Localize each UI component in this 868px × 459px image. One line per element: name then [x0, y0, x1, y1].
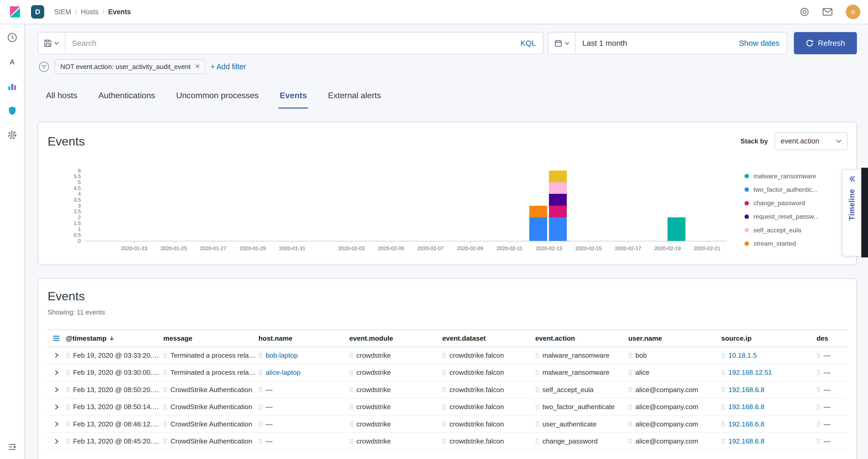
tab-all-hosts[interactable]: All hosts: [45, 91, 79, 109]
column-header-source.ip[interactable]: source.ip: [721, 330, 816, 347]
drag-handle-icon[interactable]: [442, 370, 446, 376]
column-header-user.name[interactable]: user.name: [628, 330, 721, 347]
bar-segment-two_factor_authenticate[interactable]: [529, 217, 547, 241]
tab-authentications[interactable]: Authentications: [97, 91, 156, 109]
drag-handle-icon[interactable]: [816, 387, 820, 393]
filter-pill[interactable]: NOT event.action: user_activity_audit_ev…: [55, 59, 206, 74]
drag-handle-icon[interactable]: [163, 353, 167, 359]
drag-handle-icon[interactable]: [535, 404, 539, 410]
expand-row-chevron-icon[interactable]: [51, 349, 63, 362]
calendar-menu-button[interactable]: [549, 33, 576, 54]
user-avatar[interactable]: e: [846, 5, 860, 19]
drag-handle-icon[interactable]: [258, 387, 262, 393]
drag-handle-icon[interactable]: [628, 387, 632, 393]
show-dates-button[interactable]: Show dates: [739, 39, 787, 48]
drag-handle-icon[interactable]: [535, 353, 539, 359]
space-badge[interactable]: D: [31, 5, 44, 18]
drag-handle-icon[interactable]: [66, 370, 70, 376]
visualize-bar-chart-icon[interactable]: [7, 81, 18, 92]
cell-value-link[interactable]: 192.168.6.8: [728, 386, 765, 394]
help-icon[interactable]: [800, 7, 809, 17]
refresh-button[interactable]: Refresh: [794, 32, 857, 54]
tab-external-alerts[interactable]: External alerts: [327, 91, 382, 109]
column-header-event.module[interactable]: event.module: [349, 330, 442, 347]
time-range-value[interactable]: Last 1 month: [576, 39, 627, 48]
drag-handle-icon[interactable]: [258, 438, 262, 445]
search-input[interactable]: [65, 39, 513, 48]
drag-handle-icon[interactable]: [442, 438, 446, 445]
drag-handle-icon[interactable]: [442, 421, 446, 427]
drag-handle-icon[interactable]: [816, 421, 820, 427]
bar-segment-user_authenticate[interactable]: [549, 171, 567, 182]
drag-handle-icon[interactable]: [628, 421, 632, 427]
drag-handle-icon[interactable]: [66, 353, 70, 359]
stack-by-select[interactable]: event.action: [774, 132, 847, 150]
bar-segment-change_password[interactable]: [549, 206, 567, 217]
drag-handle-icon[interactable]: [816, 353, 820, 359]
drag-handle-icon[interactable]: [66, 438, 70, 445]
drag-handle-icon[interactable]: [163, 421, 167, 427]
drag-handle-icon[interactable]: [535, 387, 539, 393]
drag-handle-icon[interactable]: [721, 387, 725, 393]
expand-row-chevron-icon[interactable]: [51, 366, 63, 378]
drag-handle-icon[interactable]: [163, 404, 167, 410]
legend-item[interactable]: stream_started: [745, 237, 847, 250]
drag-handle-icon[interactable]: [442, 387, 446, 393]
drag-handle-icon[interactable]: [442, 404, 446, 410]
drag-handle-icon[interactable]: [349, 421, 353, 427]
breadcrumb-siem[interactable]: SIEM: [54, 8, 71, 16]
column-header-message[interactable]: message: [163, 330, 258, 347]
drag-handle-icon[interactable]: [535, 438, 539, 445]
cell-value-link[interactable]: alice-laptop: [266, 369, 301, 376]
drag-handle-icon[interactable]: [66, 404, 70, 410]
remove-filter-icon[interactable]: ✕: [195, 64, 200, 70]
newsfeed-mail-icon[interactable]: [823, 8, 833, 16]
cell-value-link[interactable]: 192.168.6.8: [728, 403, 765, 411]
collapse-menu-icon[interactable]: [7, 441, 18, 453]
saved-query-menu-button[interactable]: [38, 33, 65, 54]
bar-segment-two_factor_authenticate[interactable]: [549, 217, 567, 241]
drag-handle-icon[interactable]: [442, 353, 446, 359]
customize-columns-icon[interactable]: [51, 333, 62, 344]
legend-item[interactable]: user_authenticate: [745, 250, 847, 253]
legend-item[interactable]: self_accept_eula: [745, 223, 847, 237]
app-a-icon[interactable]: A: [7, 57, 18, 68]
legend-item[interactable]: change_password: [745, 196, 847, 210]
drag-handle-icon[interactable]: [349, 370, 353, 376]
column-header-host.name[interactable]: host.name: [258, 330, 349, 347]
drag-handle-icon[interactable]: [816, 404, 820, 410]
bar-segment-malware_ransomware[interactable]: [668, 217, 685, 241]
drag-handle-icon[interactable]: [816, 438, 820, 445]
drag-handle-icon[interactable]: [721, 404, 725, 410]
drag-handle-icon[interactable]: [721, 370, 725, 376]
drag-handle-icon[interactable]: [163, 370, 167, 376]
drag-handle-icon[interactable]: [628, 438, 632, 445]
drag-handle-icon[interactable]: [66, 421, 70, 427]
bar-segment-stream_started[interactable]: [529, 206, 547, 217]
filter-options-icon[interactable]: [38, 61, 50, 72]
drag-handle-icon[interactable]: [628, 404, 632, 410]
drag-handle-icon[interactable]: [163, 438, 167, 445]
legend-item[interactable]: two_factor_authentic...: [745, 183, 847, 196]
add-filter-button[interactable]: + Add filter: [211, 63, 246, 71]
kql-syntax-button[interactable]: KQL: [513, 39, 543, 48]
management-gear-icon[interactable]: [7, 129, 18, 141]
cell-value-link[interactable]: 10.18.1.5: [728, 351, 757, 360]
drag-handle-icon[interactable]: [163, 387, 167, 393]
drag-handle-icon[interactable]: [349, 387, 353, 393]
bar-segment-self_accept_eula[interactable]: [549, 182, 567, 194]
drag-handle-icon[interactable]: [258, 421, 262, 427]
drag-handle-icon[interactable]: [816, 370, 820, 376]
tab-uncommon-processes[interactable]: Uncommon processes: [175, 91, 259, 109]
drag-handle-icon[interactable]: [721, 353, 725, 359]
column-header-event.action[interactable]: event.action: [535, 330, 628, 347]
cell-value-link[interactable]: 192.168.12.51: [728, 369, 772, 376]
drag-handle-icon[interactable]: [535, 370, 539, 376]
legend-item[interactable]: malware_ransomware: [745, 169, 847, 183]
expand-row-chevron-icon[interactable]: [51, 384, 63, 396]
column-header-event.dataset[interactable]: event.dataset: [442, 330, 535, 347]
drag-handle-icon[interactable]: [628, 370, 632, 376]
drag-handle-icon[interactable]: [721, 438, 725, 445]
column-header-@timestamp[interactable]: @timestamp: [66, 330, 163, 347]
bar-segment-request_reset_password[interactable]: [549, 194, 567, 206]
